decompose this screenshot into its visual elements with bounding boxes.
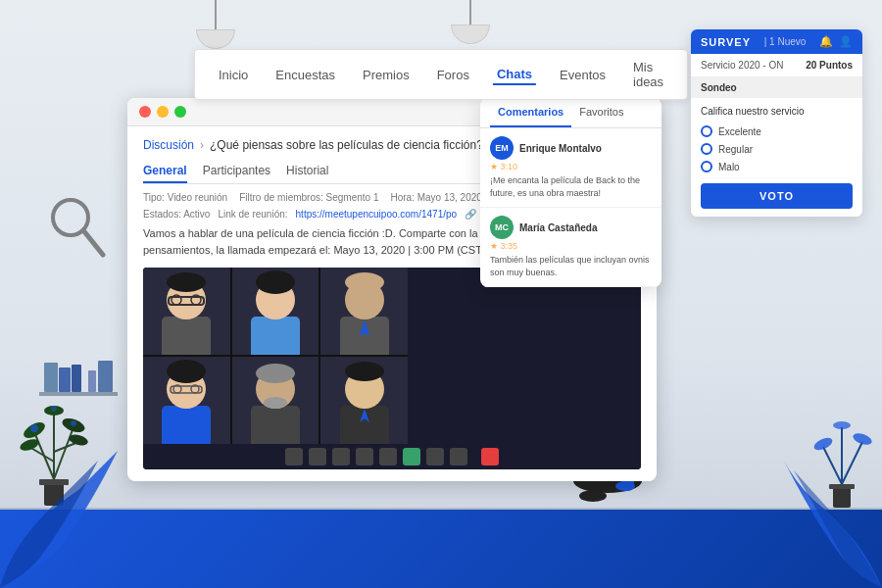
copy-icon[interactable]: 🔗: [465, 209, 476, 220]
video-grid: [143, 268, 408, 444]
survey-service-row: Servicio 2020 - ON 20 Puntos: [691, 54, 862, 77]
svg-rect-5: [72, 365, 81, 392]
ctrl-settings[interactable]: [426, 448, 444, 466]
navbar: Inicio Encuestas Premios Foros Chats Eve…: [194, 49, 688, 100]
comment-rating-2: ★ 3:35: [490, 241, 652, 251]
ctrl-people[interactable]: [379, 448, 397, 466]
breadcrumb-separator: ›: [200, 138, 204, 152]
tab-comentarios[interactable]: Comentarios: [490, 98, 571, 127]
video-cell-5: [232, 357, 319, 444]
comment-rating-1: ★ 3:10: [490, 162, 652, 172]
comment-name-2: María Castañeda: [519, 222, 597, 233]
blue-leaf-decoration-right: [784, 451, 882, 588]
option-malo-label: Malo: [718, 162, 740, 172]
blue-leaf-decoration-left: [0, 431, 118, 588]
survey-panel: SURVEY | 1 Nuevo 🔔 👤 Servicio 2020 - ON …: [691, 29, 862, 217]
video-cell-2: [232, 268, 319, 355]
svg-point-21: [71, 420, 76, 426]
svg-rect-47: [162, 317, 211, 356]
svg-point-22: [51, 406, 57, 412]
magnifier-icon: [49, 196, 108, 269]
ctrl-record[interactable]: [403, 448, 420, 466]
lamp-left: [196, 0, 235, 49]
svg-point-43: [579, 490, 607, 502]
tab-general[interactable]: General: [143, 160, 187, 183]
nav-premios[interactable]: Premios: [359, 66, 414, 84]
svg-point-30: [833, 421, 851, 429]
nav-inicio[interactable]: Inicio: [215, 66, 252, 84]
tab-participantes[interactable]: Participantes: [203, 160, 270, 183]
nav-mis-ideas[interactable]: Mis ideas: [629, 58, 667, 91]
bell-icon[interactable]: 🔔: [819, 35, 833, 48]
video-cell-4: [143, 357, 230, 444]
svg-rect-6: [88, 370, 96, 392]
ctrl-chat[interactable]: [356, 448, 373, 466]
svg-point-44: [615, 481, 635, 491]
tab-favoritos[interactable]: Favoritos: [571, 98, 631, 127]
comment-name-1: Enrique Montalvo: [519, 143, 602, 154]
svg-rect-60: [162, 406, 211, 445]
option-regular[interactable]: Regular: [691, 140, 862, 158]
option-malo[interactable]: Malo: [691, 158, 862, 175]
window-close-btn[interactable]: [139, 106, 151, 118]
nav-eventos[interactable]: Eventos: [556, 66, 610, 84]
svg-rect-53: [251, 317, 300, 356]
video-cell-1: [143, 268, 230, 355]
svg-point-68: [256, 364, 295, 383]
comment-text-2: También las películas que incluyan ovnis…: [490, 254, 652, 278]
ctrl-share[interactable]: [332, 448, 350, 466]
window-maximize-btn[interactable]: [174, 106, 186, 118]
survey-title: SURVEY: [701, 36, 751, 48]
tab-historial[interactable]: Historial: [286, 160, 328, 183]
bottom-bar: [0, 510, 882, 588]
avatar-1: EM: [490, 136, 514, 160]
svg-rect-7: [98, 361, 113, 392]
service-label: Servicio 2020 - ON: [701, 60, 783, 71]
meta-filtro: Filtro de miembros: Segmento 1: [239, 192, 378, 203]
video-grid-container: [143, 268, 641, 469]
breadcrumb-link[interactable]: Discusión: [143, 138, 194, 152]
comment-1: EM Enrique Montalvo ★ 3:10 ¡Me encanta l…: [480, 128, 662, 208]
vote-button[interactable]: VOTO: [701, 183, 853, 209]
sondeo-label: Sondeo: [691, 77, 862, 98]
svg-point-72: [345, 362, 384, 381]
nav-chats[interactable]: Chats: [493, 65, 536, 85]
meeting-url[interactable]: https://meetupencuipoo.com/1471/po: [296, 209, 458, 220]
lamp-shade: [196, 29, 235, 49]
ctrl-mic[interactable]: [285, 448, 303, 466]
avatar-2: MC: [490, 216, 514, 239]
nav-foros[interactable]: Foros: [433, 66, 473, 84]
radio-malo: [701, 161, 712, 172]
svg-line-1: [83, 230, 103, 255]
comments-panel: Comentarios Favoritos EM Enrique Montalv…: [480, 98, 662, 287]
comment-user-2: MC María Castañeda: [490, 216, 652, 239]
svg-point-58: [345, 272, 384, 292]
window-minimize-btn[interactable]: [157, 106, 169, 118]
nav-encuestas[interactable]: Encuestas: [271, 66, 339, 84]
radio-excelente: [701, 125, 712, 137]
video-cell-3: [320, 268, 408, 355]
video-controls: [143, 444, 641, 469]
survey-points: 20 Puntos: [806, 60, 853, 71]
option-regular-label: Regular: [718, 144, 753, 155]
svg-point-69: [264, 397, 287, 409]
user-icon[interactable]: 👤: [839, 35, 853, 48]
meta-tipo: Tipo: Video reunión: [143, 192, 227, 203]
svg-point-55: [256, 270, 295, 294]
breadcrumb-current: ¿Qué piensas sobre las películas de cien…: [210, 138, 483, 152]
svg-rect-66: [251, 406, 300, 445]
video-cell-6: [320, 357, 408, 444]
option-excelente[interactable]: Excelente: [691, 122, 862, 140]
svg-point-62: [167, 360, 206, 383]
lamp-center: [451, 0, 490, 44]
svg-point-49: [167, 272, 206, 292]
comments-tabs: Comentarios Favoritos: [480, 98, 662, 128]
ctrl-more[interactable]: [450, 448, 467, 466]
lamp-shade: [451, 24, 490, 44]
ctrl-end[interactable]: [481, 448, 499, 466]
lamp-cord: [469, 0, 471, 24]
survey-title-bar: SURVEY | 1 Nuevo 🔔 👤: [691, 29, 862, 54]
svg-rect-3: [44, 363, 58, 392]
ctrl-video[interactable]: [309, 448, 326, 466]
lamp-cord: [215, 0, 217, 29]
